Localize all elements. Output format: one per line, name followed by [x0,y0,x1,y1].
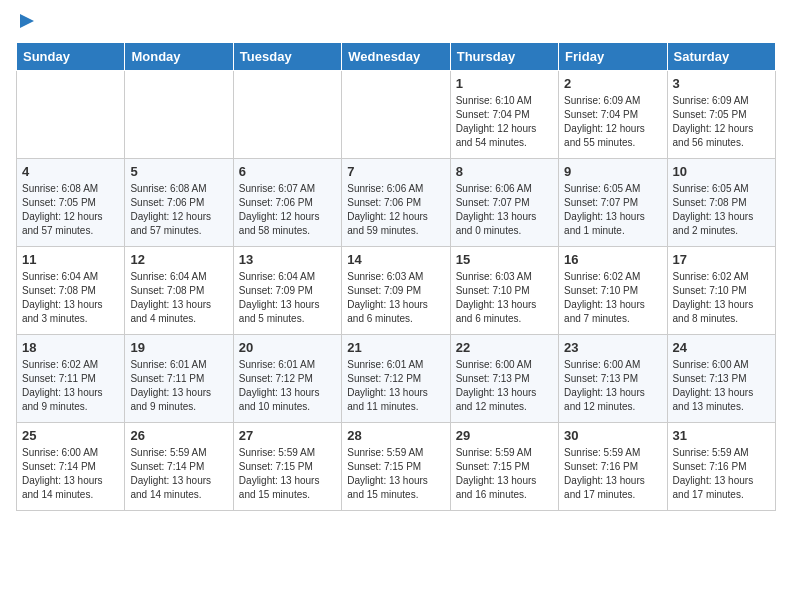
header-row: SundayMondayTuesdayWednesdayThursdayFrid… [17,43,776,71]
day-info: Sunrise: 6:02 AM Sunset: 7:11 PM Dayligh… [22,358,119,414]
day-number: 25 [22,428,119,443]
day-info: Sunrise: 6:07 AM Sunset: 7:06 PM Dayligh… [239,182,336,238]
day-cell [17,71,125,159]
day-cell: 25Sunrise: 6:00 AM Sunset: 7:14 PM Dayli… [17,423,125,511]
day-number: 3 [673,76,770,91]
day-cell: 24Sunrise: 6:00 AM Sunset: 7:13 PM Dayli… [667,335,775,423]
day-number: 8 [456,164,553,179]
day-number: 29 [456,428,553,443]
day-number: 21 [347,340,444,355]
day-info: Sunrise: 5:59 AM Sunset: 7:15 PM Dayligh… [239,446,336,502]
day-number: 22 [456,340,553,355]
day-number: 15 [456,252,553,267]
day-cell: 3Sunrise: 6:09 AM Sunset: 7:05 PM Daylig… [667,71,775,159]
header [16,16,776,30]
day-info: Sunrise: 5:59 AM Sunset: 7:15 PM Dayligh… [347,446,444,502]
day-info: Sunrise: 6:02 AM Sunset: 7:10 PM Dayligh… [564,270,661,326]
week-row-2: 4Sunrise: 6:08 AM Sunset: 7:05 PM Daylig… [17,159,776,247]
day-number: 19 [130,340,227,355]
day-header-sunday: Sunday [17,43,125,71]
day-number: 24 [673,340,770,355]
day-info: Sunrise: 6:00 AM Sunset: 7:13 PM Dayligh… [673,358,770,414]
day-header-thursday: Thursday [450,43,558,71]
day-number: 20 [239,340,336,355]
day-number: 30 [564,428,661,443]
day-cell: 8Sunrise: 6:06 AM Sunset: 7:07 PM Daylig… [450,159,558,247]
day-cell [342,71,450,159]
day-info: Sunrise: 5:59 AM Sunset: 7:16 PM Dayligh… [673,446,770,502]
week-row-4: 18Sunrise: 6:02 AM Sunset: 7:11 PM Dayli… [17,335,776,423]
day-cell: 9Sunrise: 6:05 AM Sunset: 7:07 PM Daylig… [559,159,667,247]
day-number: 9 [564,164,661,179]
day-cell: 21Sunrise: 6:01 AM Sunset: 7:12 PM Dayli… [342,335,450,423]
day-cell: 10Sunrise: 6:05 AM Sunset: 7:08 PM Dayli… [667,159,775,247]
day-header-wednesday: Wednesday [342,43,450,71]
day-number: 23 [564,340,661,355]
week-row-1: 1Sunrise: 6:10 AM Sunset: 7:04 PM Daylig… [17,71,776,159]
day-cell: 7Sunrise: 6:06 AM Sunset: 7:06 PM Daylig… [342,159,450,247]
day-info: Sunrise: 5:59 AM Sunset: 7:14 PM Dayligh… [130,446,227,502]
day-cell: 30Sunrise: 5:59 AM Sunset: 7:16 PM Dayli… [559,423,667,511]
day-info: Sunrise: 6:02 AM Sunset: 7:10 PM Dayligh… [673,270,770,326]
day-info: Sunrise: 6:03 AM Sunset: 7:10 PM Dayligh… [456,270,553,326]
day-number: 17 [673,252,770,267]
day-info: Sunrise: 6:04 AM Sunset: 7:08 PM Dayligh… [22,270,119,326]
day-header-tuesday: Tuesday [233,43,341,71]
logo-flag-icon [18,12,36,30]
day-cell: 29Sunrise: 5:59 AM Sunset: 7:15 PM Dayli… [450,423,558,511]
day-number: 26 [130,428,227,443]
day-cell: 23Sunrise: 6:00 AM Sunset: 7:13 PM Dayli… [559,335,667,423]
week-row-3: 11Sunrise: 6:04 AM Sunset: 7:08 PM Dayli… [17,247,776,335]
day-info: Sunrise: 6:09 AM Sunset: 7:05 PM Dayligh… [673,94,770,150]
day-info: Sunrise: 6:04 AM Sunset: 7:08 PM Dayligh… [130,270,227,326]
day-info: Sunrise: 5:59 AM Sunset: 7:16 PM Dayligh… [564,446,661,502]
day-cell: 15Sunrise: 6:03 AM Sunset: 7:10 PM Dayli… [450,247,558,335]
day-cell: 11Sunrise: 6:04 AM Sunset: 7:08 PM Dayli… [17,247,125,335]
day-number: 2 [564,76,661,91]
day-info: Sunrise: 6:06 AM Sunset: 7:07 PM Dayligh… [456,182,553,238]
day-cell: 18Sunrise: 6:02 AM Sunset: 7:11 PM Dayli… [17,335,125,423]
day-number: 12 [130,252,227,267]
day-number: 11 [22,252,119,267]
day-cell: 5Sunrise: 6:08 AM Sunset: 7:06 PM Daylig… [125,159,233,247]
day-info: Sunrise: 6:08 AM Sunset: 7:05 PM Dayligh… [22,182,119,238]
day-cell: 26Sunrise: 5:59 AM Sunset: 7:14 PM Dayli… [125,423,233,511]
day-cell: 19Sunrise: 6:01 AM Sunset: 7:11 PM Dayli… [125,335,233,423]
day-info: Sunrise: 6:10 AM Sunset: 7:04 PM Dayligh… [456,94,553,150]
day-cell: 16Sunrise: 6:02 AM Sunset: 7:10 PM Dayli… [559,247,667,335]
day-cell: 22Sunrise: 6:00 AM Sunset: 7:13 PM Dayli… [450,335,558,423]
day-cell: 14Sunrise: 6:03 AM Sunset: 7:09 PM Dayli… [342,247,450,335]
day-cell: 6Sunrise: 6:07 AM Sunset: 7:06 PM Daylig… [233,159,341,247]
day-number: 13 [239,252,336,267]
day-info: Sunrise: 6:01 AM Sunset: 7:12 PM Dayligh… [347,358,444,414]
week-row-5: 25Sunrise: 6:00 AM Sunset: 7:14 PM Dayli… [17,423,776,511]
day-number: 18 [22,340,119,355]
day-info: Sunrise: 6:08 AM Sunset: 7:06 PM Dayligh… [130,182,227,238]
day-cell: 4Sunrise: 6:08 AM Sunset: 7:05 PM Daylig… [17,159,125,247]
day-number: 27 [239,428,336,443]
day-header-friday: Friday [559,43,667,71]
day-cell: 17Sunrise: 6:02 AM Sunset: 7:10 PM Dayli… [667,247,775,335]
day-number: 1 [456,76,553,91]
day-info: Sunrise: 6:09 AM Sunset: 7:04 PM Dayligh… [564,94,661,150]
day-number: 6 [239,164,336,179]
day-number: 7 [347,164,444,179]
day-cell: 12Sunrise: 6:04 AM Sunset: 7:08 PM Dayli… [125,247,233,335]
day-number: 5 [130,164,227,179]
day-info: Sunrise: 5:59 AM Sunset: 7:15 PM Dayligh… [456,446,553,502]
day-cell: 20Sunrise: 6:01 AM Sunset: 7:12 PM Dayli… [233,335,341,423]
day-header-monday: Monday [125,43,233,71]
logo [16,16,36,30]
calendar-table: SundayMondayTuesdayWednesdayThursdayFrid… [16,42,776,511]
day-info: Sunrise: 6:05 AM Sunset: 7:08 PM Dayligh… [673,182,770,238]
day-info: Sunrise: 6:05 AM Sunset: 7:07 PM Dayligh… [564,182,661,238]
day-info: Sunrise: 6:03 AM Sunset: 7:09 PM Dayligh… [347,270,444,326]
day-number: 31 [673,428,770,443]
day-info: Sunrise: 6:00 AM Sunset: 7:13 PM Dayligh… [456,358,553,414]
day-cell: 28Sunrise: 5:59 AM Sunset: 7:15 PM Dayli… [342,423,450,511]
day-info: Sunrise: 6:01 AM Sunset: 7:12 PM Dayligh… [239,358,336,414]
day-number: 4 [22,164,119,179]
day-cell: 31Sunrise: 5:59 AM Sunset: 7:16 PM Dayli… [667,423,775,511]
day-info: Sunrise: 6:04 AM Sunset: 7:09 PM Dayligh… [239,270,336,326]
day-cell: 27Sunrise: 5:59 AM Sunset: 7:15 PM Dayli… [233,423,341,511]
